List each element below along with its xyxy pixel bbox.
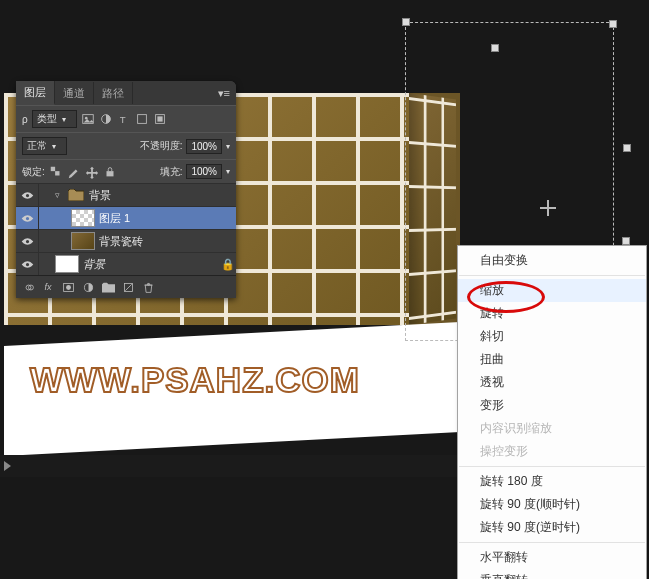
opacity-value[interactable]: 100%	[186, 139, 222, 154]
menu-content-aware-scale: 内容识别缩放	[458, 417, 646, 440]
panel-footer: fx	[16, 275, 236, 298]
filter-image-icon[interactable]	[81, 112, 95, 126]
transform-handle[interactable]	[609, 20, 617, 28]
menu-puppet-warp: 操控变形	[458, 440, 646, 463]
menu-free-transform[interactable]: 自由变换	[458, 249, 646, 272]
play-icon[interactable]	[4, 461, 11, 471]
tab-layers[interactable]: 图层	[16, 81, 55, 105]
adjustment-icon[interactable]	[80, 279, 96, 295]
layer-name[interactable]: 图层 1	[99, 211, 236, 226]
layer-thumbnail[interactable]	[71, 232, 95, 250]
menu-distort[interactable]: 扭曲	[458, 348, 646, 371]
filter-text-icon[interactable]: T	[117, 112, 131, 126]
lock-all-icon[interactable]	[103, 165, 117, 179]
menu-separator	[459, 542, 645, 543]
layer-row[interactable]: 图层 1	[16, 206, 236, 229]
new-layer-icon[interactable]	[120, 279, 136, 295]
transform-context-menu: 自由变换 缩放 旋转 斜切 扭曲 透视 变形 内容识别缩放 操控变形 旋转 18…	[457, 245, 647, 579]
visibility-toggle[interactable]	[16, 184, 39, 206]
layer-thumbnail[interactable]	[71, 209, 95, 227]
fx-icon[interactable]: fx	[40, 279, 56, 295]
menu-rotate-180[interactable]: 旋转 180 度	[458, 470, 646, 493]
svg-text:T: T	[119, 114, 125, 125]
chevron-down-icon[interactable]: ▾	[226, 167, 230, 176]
lock-icon[interactable]: 🔒	[220, 258, 236, 271]
filter-adjust-icon[interactable]	[99, 112, 113, 126]
transform-handle[interactable]	[623, 144, 631, 152]
transform-handle[interactable]	[622, 237, 630, 245]
disclosure-triangle-icon[interactable]: ▿	[51, 190, 63, 200]
group-icon[interactable]	[100, 279, 116, 295]
layer-row-background[interactable]: 背景 🔒	[16, 252, 236, 275]
filter-kind-label: ρ	[22, 114, 28, 125]
layer-row[interactable]: 背景瓷砖	[16, 229, 236, 252]
layers-panel: 图层 通道 路径 ▾≡ ρ 类型 T 正常 不透明度: 100% ▾ 锁定:	[16, 81, 236, 298]
tab-channels[interactable]: 通道	[55, 82, 94, 104]
layer-thumbnail[interactable]	[55, 255, 79, 273]
panel-menu-icon[interactable]: ▾≡	[212, 87, 236, 100]
lock-label: 锁定:	[22, 165, 45, 179]
menu-flip-vertical[interactable]: 垂直翻转	[458, 569, 646, 579]
svg-rect-6	[157, 116, 162, 121]
mask-icon[interactable]	[60, 279, 76, 295]
svg-point-11	[66, 285, 71, 290]
tab-paths[interactable]: 路径	[94, 82, 133, 104]
svg-rect-7	[51, 166, 55, 170]
blend-mode-select[interactable]: 正常	[22, 137, 67, 155]
menu-warp[interactable]: 变形	[458, 394, 646, 417]
menu-rotate[interactable]: 旋转	[458, 302, 646, 325]
lock-position-icon[interactable]	[85, 165, 99, 179]
layer-name[interactable]: 背景	[83, 257, 220, 272]
watermark: WWW.PSAHZ.COM	[30, 360, 360, 400]
trash-icon[interactable]	[140, 279, 156, 295]
fill-label: 填充:	[160, 165, 183, 179]
filter-smart-icon[interactable]	[153, 112, 167, 126]
menu-rotate-90-cw[interactable]: 旋转 90 度(顺时针)	[458, 493, 646, 516]
menu-separator	[459, 275, 645, 276]
svg-rect-8	[55, 171, 59, 175]
visibility-toggle[interactable]	[16, 253, 39, 275]
lock-paint-icon[interactable]	[67, 165, 81, 179]
lock-transparency-icon[interactable]	[49, 165, 63, 179]
svg-rect-9	[106, 171, 113, 176]
menu-skew[interactable]: 斜切	[458, 325, 646, 348]
timeline-bar[interactable]	[0, 455, 460, 477]
opacity-label: 不透明度:	[140, 139, 183, 153]
menu-rotate-90-ccw[interactable]: 旋转 90 度(逆时针)	[458, 516, 646, 539]
folder-icon	[67, 188, 85, 202]
menu-scale[interactable]: 缩放	[458, 279, 646, 302]
chevron-down-icon[interactable]: ▾	[226, 142, 230, 151]
visibility-toggle[interactable]	[16, 207, 39, 229]
fill-value[interactable]: 100%	[186, 164, 222, 179]
layer-name[interactable]: 背景瓷砖	[99, 234, 236, 249]
layer-list: ▿ 背景 图层 1 背景瓷砖 背景 🔒	[16, 183, 236, 275]
layer-group[interactable]: ▿ 背景	[16, 183, 236, 206]
menu-flip-horizontal[interactable]: 水平翻转	[458, 546, 646, 569]
transform-handle[interactable]	[491, 44, 499, 52]
menu-perspective[interactable]: 透视	[458, 371, 646, 394]
link-layers-icon[interactable]	[20, 279, 36, 295]
filter-kind-select[interactable]: 类型	[32, 110, 77, 128]
transform-handle[interactable]	[402, 18, 410, 26]
svg-rect-4	[137, 115, 146, 124]
visibility-toggle[interactable]	[16, 230, 39, 252]
menu-separator	[459, 466, 645, 467]
filter-shape-icon[interactable]	[135, 112, 149, 126]
layer-group-name[interactable]: 背景	[89, 188, 236, 203]
